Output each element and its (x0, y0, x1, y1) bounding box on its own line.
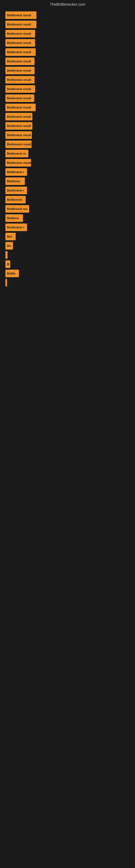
bar-row: Bottleneck result (5, 122, 130, 130)
bar-row: Bottleneck result (5, 85, 130, 93)
bar-label: Bottleneck result (7, 124, 31, 127)
bar-label: Bottleneck result (7, 69, 31, 72)
bar-label: Bot (7, 235, 12, 238)
bar: Bottleneck result (5, 122, 32, 130)
bar-label: Bottleneck r (7, 189, 24, 192)
bar-label: Bottleneck result (7, 115, 31, 118)
bar-label: Bottleneck res (7, 207, 28, 211)
bar-row: Bottleneck (5, 196, 130, 204)
bar: Bottleneck result (5, 85, 35, 93)
bar: Bottleneck result (5, 76, 35, 84)
bar-row: Bottleneck result (5, 159, 130, 166)
bar-row: Bottleneck res (5, 205, 130, 213)
bar-label: Bottleneck result (7, 51, 31, 54)
bar-row: Bottleneck result (5, 141, 130, 148)
bar-row: Bottlenec (5, 177, 130, 185)
bar-row: Bottleneck r (5, 187, 130, 194)
bar-label: Bottleneck result (7, 87, 31, 91)
bar-label: Bottleneck result (7, 161, 31, 164)
bar: Bottleneck result (5, 11, 37, 19)
bar: Bottlene (5, 214, 23, 222)
bar: Bottleneck re (5, 150, 28, 157)
bar-row: Bot (5, 233, 130, 240)
bar (5, 251, 8, 259)
bar: Bottleneck result (5, 131, 32, 139)
bar-row: Bottleneck result (5, 21, 130, 28)
bar: Bottleneck r (5, 187, 27, 194)
bar-row: Bottleneck result (5, 113, 130, 120)
bar-row: Bottleneck result (5, 11, 130, 19)
bar-row: Bottleneck result (5, 76, 130, 84)
bar-label: Bottleneck result (7, 78, 31, 82)
bar: Bottleneck (5, 196, 26, 204)
chart-container: Bottleneck resultBottleneck resultBottle… (0, 9, 135, 356)
bar-row: Bottleneck result (5, 39, 130, 46)
bar-label: Bottlenec (7, 180, 20, 183)
bar: Bottleneck result (5, 58, 35, 65)
bar: Bottleneck result (5, 48, 36, 56)
bar-label: Bottleneck result (7, 60, 31, 63)
bar-row (5, 310, 130, 319)
bar: Bottleneck r (5, 223, 27, 231)
bar-row: B (5, 260, 130, 268)
bar-label: Bottleneck r (7, 226, 24, 229)
bar-row (5, 251, 130, 259)
bar: Bottleneck r (5, 168, 27, 176)
bar-row: Bottle (5, 270, 130, 277)
bar-label: Bottleneck re (7, 152, 26, 155)
bar-row: Bottleneck result (5, 94, 130, 102)
bar-row: Bottleneck result (5, 48, 130, 56)
bar: Bottleneck res (5, 205, 29, 213)
bar-row: Bottleneck r (5, 168, 130, 176)
bar-label: Bottleneck result (7, 13, 31, 17)
bar: Bottleneck result (5, 30, 35, 37)
bar: Bottleneck result (5, 113, 32, 120)
bar (5, 279, 7, 286)
bar-label: Bottleneck result (7, 32, 31, 35)
site-title: TheBottlenecker.com (0, 0, 135, 9)
bar: B (5, 260, 10, 268)
bar: Bottleneck result (5, 104, 36, 111)
bar-label: Bottleneck result (7, 133, 31, 137)
bar: Bottle (5, 270, 19, 277)
bar-row (5, 342, 130, 351)
bar-row: Bottlene (5, 214, 130, 222)
bar-row: Bottleneck re (5, 150, 130, 157)
bar-label: Bottle (7, 272, 15, 275)
bar-label: Bottleneck result (7, 143, 31, 146)
bar-row: Bottleneck result (5, 58, 130, 65)
bar: Bottlenec (5, 177, 25, 185)
bar-row (5, 279, 130, 286)
bar-row: Bottleneck result (5, 67, 130, 74)
bar-row (5, 332, 130, 341)
bar-label: Bottleneck (7, 198, 22, 201)
bar-label: Bottleneck result (7, 97, 31, 100)
bar-label: B (7, 262, 9, 266)
bar-row (5, 299, 130, 308)
bar-row: Bottleneck result (5, 131, 130, 139)
bar: Bo (5, 242, 13, 250)
bar: Bottleneck result (5, 39, 35, 46)
bar-label: Bo (7, 244, 11, 247)
bar-label: Bottlene (7, 216, 19, 220)
bar-row: Bo (5, 242, 130, 250)
bar: Bottleneck result (5, 159, 31, 166)
bar: Bottleneck result (5, 21, 37, 28)
bar: Bottleneck result (5, 141, 32, 148)
bar-row: Bottleneck result (5, 104, 130, 111)
bar-row (5, 321, 130, 330)
bar: Bot (5, 233, 16, 240)
bar-row: Bottleneck result (5, 30, 130, 37)
bar: Bottleneck result (5, 67, 35, 74)
bar-row (5, 288, 130, 297)
bar-row: Bottleneck r (5, 223, 130, 231)
bar-label: Bottleneck r (7, 170, 24, 174)
bar-label: Bottleneck result (7, 41, 31, 44)
bar-label: Bottleneck result (7, 106, 31, 109)
site-title-container: TheBottlenecker.com (0, 0, 135, 9)
bar-label: Bottleneck result (7, 23, 31, 26)
bar: Bottleneck result (5, 94, 34, 102)
